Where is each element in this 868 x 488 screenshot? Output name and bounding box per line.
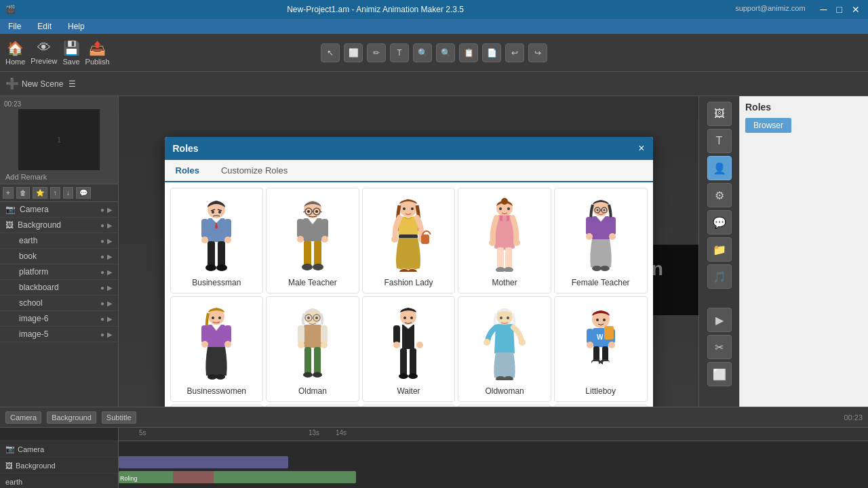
layer-delete-button[interactable]: 🗑 xyxy=(16,187,30,199)
new-scene-button[interactable]: ➕ New Scene xyxy=(5,77,63,90)
camera-button[interactable]: Camera xyxy=(5,411,41,424)
svg-point-109 xyxy=(519,339,526,346)
tool-text[interactable]: T xyxy=(390,43,409,62)
tab-roles[interactable]: Roles xyxy=(165,160,210,182)
layer-background[interactable]: 🖼 Background ● ▶ xyxy=(0,218,118,233)
svg-point-43 xyxy=(499,207,502,210)
background-button[interactable]: Background xyxy=(47,411,96,424)
layer-image6[interactable]: image-6 ● ▶ xyxy=(0,311,118,327)
tool-text-button[interactable]: T xyxy=(707,129,732,153)
maximize-button[interactable]: □ xyxy=(834,4,845,15)
svg-point-80 xyxy=(307,317,310,319)
layer-camera[interactable]: 📷 Camera ● ▶ xyxy=(0,202,118,218)
role-male-teacher[interactable]: Male Teacher xyxy=(266,188,359,293)
menu-file[interactable]: File xyxy=(5,22,24,31)
menu-edit[interactable]: Edit xyxy=(35,22,54,31)
menu-bar: File Edit Help xyxy=(0,19,868,34)
layer-image5[interactable]: image-5 ● ▶ xyxy=(0,327,118,342)
oldman-figure xyxy=(285,302,340,384)
tool-pointer[interactable]: ↖ xyxy=(321,43,340,62)
tool-expand-button[interactable]: ▶ xyxy=(707,308,732,332)
tool-copy[interactable]: 📋 xyxy=(459,43,478,62)
svg-point-12 xyxy=(216,264,227,271)
toolbar-home-button[interactable]: 🏠 Home xyxy=(5,40,25,66)
tool-fit-button[interactable]: ⬜ xyxy=(707,362,732,386)
toolbar-publish-button[interactable]: 📤 Publish xyxy=(85,40,110,66)
tool-speech-button[interactable]: 💬 xyxy=(707,210,732,235)
layer-platform[interactable]: platform ● ▶ xyxy=(0,264,118,280)
toolbar-save-button[interactable]: 💾 Save xyxy=(62,40,79,66)
minimize-button[interactable]: ─ xyxy=(818,4,830,15)
track-camera-bar[interactable] xyxy=(119,456,288,468)
role-extra-3[interactable] xyxy=(362,405,456,407)
role-businesswomen[interactable]: Businesswomen xyxy=(170,296,264,402)
timeline-layer-camera[interactable]: 📷 Camera xyxy=(0,441,118,458)
role-extra-5[interactable] xyxy=(554,405,648,407)
layer-down-button[interactable]: ↓ xyxy=(63,187,73,199)
tool-image-button[interactable]: 🖼 xyxy=(707,102,732,126)
browser-button[interactable]: Browser xyxy=(745,118,791,133)
list-icon: ☰ xyxy=(68,79,76,89)
tool-select[interactable]: ⬜ xyxy=(344,43,363,62)
tool-zoom-out[interactable]: 🔍 xyxy=(436,43,455,62)
toolbar-preview-button[interactable]: 👁 Preview xyxy=(31,40,57,65)
layer-star-button[interactable]: ⭐ xyxy=(33,187,47,199)
role-fashion-lady[interactable]: Fashion Lady xyxy=(362,188,456,293)
svg-point-19 xyxy=(307,210,310,213)
close-button[interactable]: ✕ xyxy=(849,4,863,15)
svg-point-57 xyxy=(596,209,598,211)
tool-music-button[interactable]: 🎵 xyxy=(707,264,732,289)
svg-rect-50 xyxy=(505,247,512,269)
role-female-teacher[interactable]: Female Teacher xyxy=(554,188,648,293)
svg-point-51 xyxy=(496,267,505,272)
svg-point-11 xyxy=(205,264,216,271)
tab-customize-roles[interactable]: Customize Roles xyxy=(210,160,298,181)
layer-book[interactable]: book ● ▶ xyxy=(0,249,118,264)
tool-paste[interactable]: 📄 xyxy=(482,43,501,62)
svg-rect-70 xyxy=(201,325,208,343)
timeline-layer-earth[interactable]: earth xyxy=(0,474,118,488)
tool-undo[interactable]: ↩ xyxy=(505,43,524,62)
layer-add-button[interactable]: + xyxy=(3,187,14,199)
subtitle-button[interactable]: Subtitle xyxy=(102,411,136,424)
tool-crop-button[interactable]: ✂ xyxy=(707,335,732,359)
layer-blackboard[interactable]: blackboard ● ▶ xyxy=(0,280,118,296)
tool-redo[interactable]: ↪ xyxy=(528,43,547,62)
svg-rect-101 xyxy=(400,348,407,375)
role-extra-1[interactable] xyxy=(170,405,264,407)
svg-rect-49 xyxy=(497,247,504,269)
svg-rect-45 xyxy=(500,216,502,221)
tool-zoom-in[interactable]: 🔍 xyxy=(413,43,432,62)
svg-rect-127 xyxy=(603,361,610,367)
add-remark-button[interactable]: Add Remark xyxy=(3,170,115,184)
tool-folder-button[interactable]: 📁 xyxy=(707,237,732,262)
layer-school[interactable]: school ● ▶ xyxy=(0,296,118,311)
role-extra-2[interactable] xyxy=(266,405,359,407)
scene-list-button[interactable]: ☰ xyxy=(68,79,76,89)
tool-settings-button[interactable]: ⚙ xyxy=(707,183,732,207)
role-waiter[interactable]: Waiter xyxy=(362,296,456,402)
layer-up-button[interactable]: ↑ xyxy=(50,187,60,199)
scene-time: 00:23 xyxy=(3,99,115,109)
svg-rect-6 xyxy=(224,219,231,238)
dialog-close-button[interactable]: × xyxy=(638,142,644,155)
svg-point-42 xyxy=(501,198,508,205)
role-oldman[interactable]: Oldman xyxy=(266,296,359,402)
role-businessman[interactable]: Businessman xyxy=(170,188,264,293)
menu-help[interactable]: Help xyxy=(65,22,87,31)
tool-roles-button[interactable]: 👤 xyxy=(707,156,732,180)
layer-comment-button[interactable]: 💬 xyxy=(76,187,91,199)
roles-dialog: Roles × Roles Customize Roles xyxy=(165,137,653,407)
layer-earth[interactable]: earth ● ▶ xyxy=(0,233,118,249)
track-background-bar[interactable]: Roling xyxy=(119,471,356,483)
role-littleboy[interactable]: W xyxy=(554,296,648,402)
preview-icon: 👁 xyxy=(37,40,51,56)
tool-pencil[interactable]: ✏ xyxy=(367,43,386,62)
role-oldwoman[interactable]: Oldwoman xyxy=(458,296,551,402)
tick-5s: 5s xyxy=(139,429,146,436)
role-mother[interactable]: Mother xyxy=(458,188,551,293)
modal-overlay: Roles × Roles Customize Roles xyxy=(119,96,698,407)
timeline-layer-background[interactable]: 🖼 Background xyxy=(0,458,118,474)
role-extra-4[interactable] xyxy=(458,405,551,407)
svg-rect-9 xyxy=(208,241,215,267)
